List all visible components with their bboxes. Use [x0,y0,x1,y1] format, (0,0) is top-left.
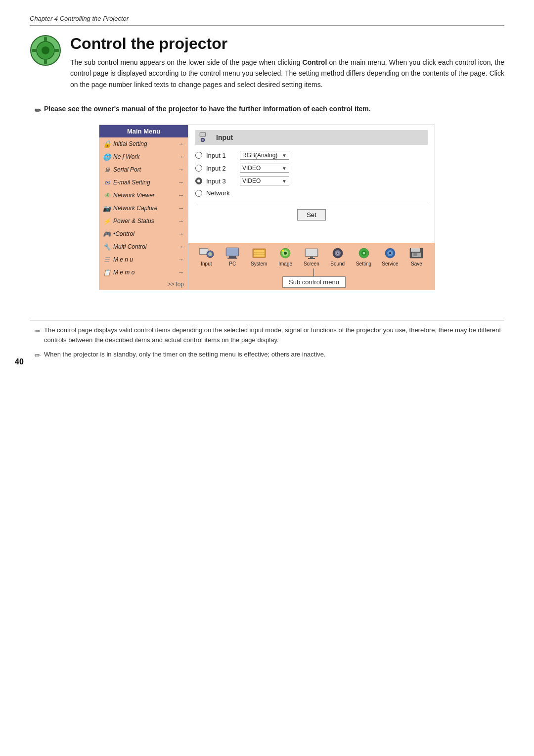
radio-input1[interactable] [195,152,202,159]
sidebar-label-capture: Network Caplure [113,205,176,212]
title-section: Control the projector The sub control me… [30,35,504,97]
chevron-down-icon-3: ▼ [282,178,287,184]
network-label: Network [206,189,236,197]
mail-icon: ✉ [102,178,111,187]
sidebar-item-power-status[interactable]: ⚡ Power & Status → [99,215,188,227]
svg-rect-8 [200,133,205,136]
body-para-1: The sub control menu appears on the lowe… [70,58,300,66]
sub-ctrl-system[interactable]: System [251,246,267,267]
sub-ctrl-save[interactable]: Save [408,246,424,267]
svg-point-10 [202,139,204,141]
arrow-icon-10: → [178,256,184,263]
system-ctrl-icon [251,246,267,260]
radio-input2[interactable] [195,165,202,172]
service-ctrl-icon [382,246,398,260]
page-title: Control the projector [70,35,504,53]
sub-ctrl-service[interactable]: Service [382,246,398,267]
sub-ctrl-service-label: Service [382,261,398,267]
input-header-icon [199,132,213,143]
note-line: ✏ Please see the owner's manual of the p… [35,104,504,117]
content-area: Input Input 1 RGB(Analog) ▼ Input [188,125,435,290]
multi-icon: 🔧 [102,242,111,251]
sidebar-item-network-viewer[interactable]: 👁 Network Viewer → [99,189,188,202]
sidebar-item-network[interactable]: 🌐 Ne [ Work → [99,150,188,163]
dropdown-input3[interactable]: VIDEO ▼ [240,177,289,185]
input1-label: Input 1 [206,152,236,159]
content-header-bar: Input [195,130,428,145]
image-ctrl-icon [277,246,293,260]
sidebar-label-control: •Control [113,230,176,237]
sub-ctrl-input[interactable]: Input [198,246,214,267]
sub-ctrl-sound-label: Sound [330,261,345,267]
input-ctrl-icon [198,246,214,260]
arrow-icon-7: → [178,218,184,224]
sidebar-item-network-capture[interactable]: 📷 Network Caplure → [99,202,188,215]
dropdown-input1[interactable]: RGB(Analog) ▼ [240,151,289,160]
svg-rect-5 [32,49,37,52]
note-block: ✏ Please see the owner's manual of the p… [30,104,504,117]
sidebar-label-multi: Multi Control [113,243,176,250]
arrow-icon-5: → [178,192,184,199]
lock-icon: 🔒 [102,139,111,148]
sidebar-item-email[interactable]: ✉ E-mail Setting → [99,176,188,189]
ui-screenshot: Main Menu 🔒 Initial Setting → 🌐 Ne [ Wor… [99,125,435,290]
sidebar-label-initial: Initial Setting [113,140,176,147]
radio-input3[interactable] [195,178,202,184]
sidebar-label-network: Ne [ Work [113,153,176,160]
sidebar-label-memo: M e m o [113,269,176,276]
svg-rect-12 [200,249,208,254]
input-row-2: Input 2 VIDEO ▼ [195,164,428,173]
sidebar-label-serial: Serial Port [113,166,176,173]
control-icon-svg [30,35,61,66]
page-wrapper: Chapter 4 Controlling the Projector Cont… [0,0,534,386]
title-icon [30,35,61,66]
sidebar-item-serial-port[interactable]: 🖥 Serial Port → [99,163,188,176]
sub-ctrl-screen[interactable]: Screen [304,246,319,267]
arrow-icon-4: → [178,179,184,186]
svg-point-37 [362,252,365,255]
setting-ctrl-icon [356,246,372,260]
sub-ctrl-pc[interactable]: PC [224,246,240,267]
svg-rect-17 [229,256,236,258]
arrow-icon-8: → [178,230,184,237]
sidebar-item-control[interactable]: 🎮 •Control → [99,227,188,240]
dropdown-input1-text: RGB(Analog) [242,152,280,159]
input3-label: Input 3 [206,178,236,185]
radio-network[interactable] [195,190,202,197]
sidebar-label-email: E-mail Setting [113,179,176,186]
arrow-icon-3: → [178,166,184,173]
dropdown-input2[interactable]: VIDEO ▼ [240,164,289,173]
svg-point-26 [282,250,284,252]
footnote-icon-2: ✏ [35,350,41,361]
pc-ctrl-icon [224,246,240,260]
memo-icon: 📋 [102,268,111,277]
sidebar-title: Main Menu [99,125,188,137]
sub-ctrl-input-label: Input [201,261,212,267]
svg-rect-20 [254,250,265,257]
sub-ctrl-image-label: Image [278,261,292,267]
network-icon: 🌐 [102,152,111,161]
svg-point-40 [389,252,391,254]
svg-rect-6 [54,49,59,52]
sub-ctrl-setting[interactable]: Setting [356,246,372,267]
set-button[interactable]: Set [297,209,326,221]
title-text-block: Control the projector The sub control me… [70,35,504,97]
sidebar-item-multi-control[interactable]: 🔧 Multi Control → [99,240,188,253]
pencil-icon: ✏ [35,105,41,117]
input2-label: Input 2 [206,165,236,172]
chevron-down-icon-2: ▼ [282,166,287,171]
svg-rect-16 [226,248,238,256]
save-ctrl-icon [408,246,424,260]
svg-rect-28 [306,249,317,256]
sub-ctrl-image[interactable]: Image [277,246,293,267]
sidebar-item-initial-setting[interactable]: 🔒 Initial Setting → [99,137,188,150]
sidebar-item-memo[interactable]: 📋 M e m o → [99,266,188,279]
screen-ctrl-icon [304,246,319,260]
sidebar-item-menu[interactable]: ☰ M e n u → [99,253,188,266]
sub-ctrl-sound[interactable]: Sound [330,246,346,267]
arrow-icon: → [178,140,184,147]
sub-ctrl-setting-label: Setting [356,261,371,267]
top-link[interactable]: >>Top [99,279,188,290]
content-header-label: Input [216,133,233,141]
chevron-down-icon-1: ▼ [282,153,287,158]
